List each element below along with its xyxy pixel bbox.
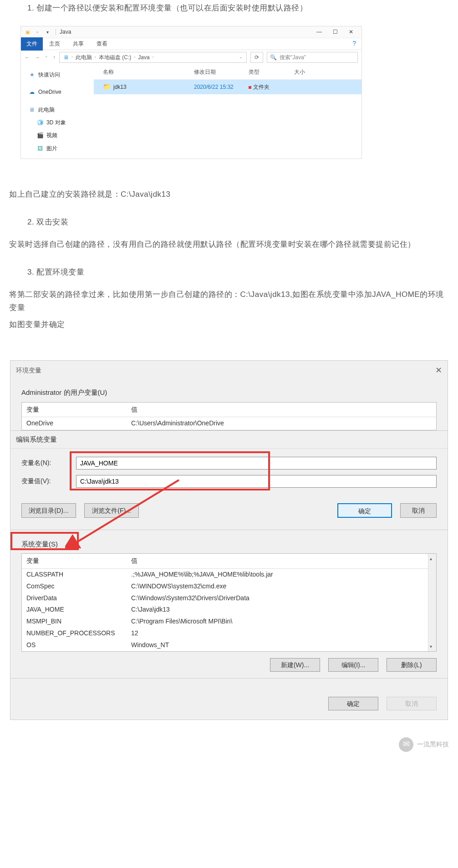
table-row[interactable]: MSMPI_BINC:\Program Files\Microsoft MPI\…: [22, 616, 436, 628]
browse-file-button[interactable]: 浏览文件(F)...: [84, 503, 139, 518]
watermark: ✉ 一流黑科技: [399, 737, 449, 752]
system-vars-section: 系统变量(S) 变量 值 CLASSPATH.;%JAVA_HOME%\lib;…: [10, 530, 448, 679]
step3-desc2: 如图变量并确定: [0, 317, 458, 333]
pc-icon: 🖥: [28, 105, 36, 114]
history-dropdown-icon[interactable]: ⌄: [239, 54, 243, 61]
step2-text: 2. 双击安装: [0, 214, 458, 231]
col-date[interactable]: 修改日期: [194, 67, 249, 77]
edit-button[interactable]: 编辑(I)...: [328, 658, 378, 672]
sidebar-onedrive[interactable]: ☁OneDrive: [21, 86, 94, 98]
var-value-label: 变量值(V):: [21, 476, 76, 487]
wechat-icon: ✉: [399, 737, 413, 752]
title-bar: ▣ ▫ ▾ Java — ☐ ✕: [21, 26, 361, 38]
browse-dir-button[interactable]: 浏览目录(D)...: [21, 503, 76, 518]
video-icon: 🎬: [36, 131, 44, 140]
cancel-button[interactable]: 取消: [400, 503, 437, 518]
sidebar-pictures[interactable]: 🖼图片: [21, 142, 94, 155]
col-var[interactable]: 变量: [22, 554, 127, 568]
sidebar-quick-access[interactable]: ★快速访问: [21, 68, 94, 81]
edit-dialog-title: 编辑系统变量: [10, 431, 448, 449]
user-vars-table: 变量 值 OneDrive C:\Users\Administrator\One…: [21, 402, 437, 431]
maximize-button[interactable]: ☐: [333, 27, 338, 36]
delete-button[interactable]: 删除(L): [387, 658, 437, 672]
var-value-input[interactable]: [76, 475, 437, 488]
sidebar-3d[interactable]: 🧊3D 对象: [21, 116, 94, 129]
cloud-icon: ☁: [28, 87, 36, 97]
picture-icon: 🖼: [36, 144, 44, 153]
refresh-button[interactable]: ⟳: [250, 52, 263, 63]
tab-home[interactable]: 主页: [43, 37, 66, 50]
close-button[interactable]: ✕: [349, 27, 353, 36]
col-val[interactable]: 值: [127, 403, 436, 417]
sidebar-thispc[interactable]: 🖥此电脑: [21, 103, 94, 116]
forward-button[interactable]: →: [35, 53, 40, 62]
new-button[interactable]: 新建(W)...: [270, 658, 320, 672]
search-placeholder: 搜索"Java": [280, 53, 306, 62]
close-icon[interactable]: ✕: [435, 363, 442, 378]
table-row[interactable]: OneDrive C:\Users\Administrator\OneDrive: [22, 417, 436, 430]
footer-ok-button[interactable]: 确定: [328, 697, 378, 710]
cube-icon: 🧊: [36, 118, 44, 127]
recent-button[interactable]: ⌄: [45, 53, 48, 62]
crumb-disk[interactable]: 本地磁盘 (C:): [99, 53, 131, 62]
sys-vars-label: 系统变量(S): [21, 540, 58, 548]
folder-row[interactable]: 📁jdk13 2020/6/22 15:32 文件夹: [94, 80, 361, 94]
table-row[interactable]: CLASSPATH.;%JAVA_HOME%\lib;%JAVA_HOME%li…: [22, 569, 436, 581]
back-button[interactable]: ←: [25, 53, 30, 62]
table-row[interactable]: NUMBER_OF_PROCESSORS12: [22, 628, 436, 639]
nav-sidebar: ★快速访问 ☁OneDrive 🖥此电脑 🧊3D 对象 🎬视频 🖼图片: [21, 65, 94, 158]
table-row[interactable]: JAVA_HOMEC:\Java\jdk13: [22, 604, 436, 616]
col-size[interactable]: 大小: [294, 67, 331, 77]
folder-properties-icon[interactable]: ▣: [24, 28, 31, 36]
file-explorer-window: ▣ ▫ ▾ Java — ☐ ✕ 文件 主页 共享 查看 ? ← → ⌄ ↑: [20, 26, 362, 159]
crumb-pc[interactable]: 此电脑: [76, 53, 92, 62]
col-type[interactable]: 类型: [249, 67, 294, 77]
table-row[interactable]: OSWindows_NT: [22, 639, 436, 651]
pc-glyph-icon: 🖥: [63, 53, 69, 62]
var-name-label: 变量名(N):: [21, 458, 76, 469]
path-result-text: 如上自己建立的安装路径就是：C:\Java\jdk13: [0, 186, 458, 203]
up-button[interactable]: ↑: [53, 53, 56, 62]
ok-button[interactable]: 确定: [337, 503, 392, 518]
sys-vars-table: 变量 值 CLASSPATH.;%JAVA_HOME%\lib;%JAVA_HO…: [21, 553, 437, 651]
col-val[interactable]: 值: [127, 554, 436, 568]
folder-icon: 📁: [103, 82, 111, 92]
env-vars-dialog: 环境变量 ✕ Administrator 的用户变量(U) 变量 值 OneDr…: [10, 360, 448, 431]
var-name-input[interactable]: [76, 457, 437, 470]
table-row[interactable]: ComSpecC:\WINDOWS\system32\cmd.exe: [22, 581, 436, 592]
table-row[interactable]: DriverDataC:\Windows\System32\Drivers\Dr…: [22, 592, 436, 604]
minimize-button[interactable]: —: [316, 27, 322, 36]
qat-new-icon[interactable]: ▫: [34, 28, 41, 36]
qat-dropdown-icon[interactable]: ▾: [44, 28, 51, 36]
edit-sysvar-dialog: 编辑系统变量 变量名(N): 变量值(V): 浏览目录(D)... 浏览文件(F…: [10, 431, 448, 530]
scrollbar[interactable]: ▴ ▾: [428, 554, 436, 651]
step1-text: 1. 创建一个路径以便安装和配置环境变量（也可以在后面安装时使用默认路径）: [0, 0, 458, 17]
footer-cancel-button[interactable]: 取消: [387, 697, 437, 710]
step2-desc: 安装时选择自己创建的路径，没有用自己的路径就使用默认路径（配置环境变量时安装在哪…: [0, 236, 458, 253]
tab-view[interactable]: 查看: [90, 37, 114, 50]
ribbon-tabs: 文件 主页 共享 查看 ?: [21, 38, 361, 50]
col-var[interactable]: 变量: [22, 403, 127, 417]
scroll-up-icon[interactable]: ▴: [430, 555, 432, 562]
scroll-down-icon[interactable]: ▾: [430, 643, 432, 650]
sidebar-video[interactable]: 🎬视频: [21, 129, 94, 142]
col-name[interactable]: 名称: [94, 67, 194, 77]
footer-buttons: 确定 取消: [10, 679, 448, 720]
step3-desc1: 将第二部安装的路径拿过来，比如使用第一步自己创建的路径的：C:\Java\jdk…: [0, 286, 458, 317]
tab-file[interactable]: 文件: [21, 37, 43, 50]
search-box[interactable]: 🔍 搜索"Java": [267, 52, 358, 63]
search-icon: 🔍: [270, 53, 277, 62]
address-bar: ← → ⌄ ↑ 🖥 › 此电脑 › 本地磁盘 (C:) › Java › ⌄ ⟳…: [21, 50, 361, 65]
watermark-text: 一流黑科技: [417, 739, 449, 750]
help-icon[interactable]: ?: [352, 38, 361, 49]
window-title: Java: [60, 27, 71, 36]
tab-share[interactable]: 共享: [66, 37, 90, 50]
file-list: 名称 修改日期 类型 大小 📁jdk13 2020/6/22 15:32 文件夹: [94, 65, 361, 158]
crumb-java[interactable]: Java: [138, 53, 149, 62]
user-vars-label: Administrator 的用户变量(U): [10, 380, 448, 402]
breadcrumb[interactable]: 🖥 › 此电脑 › 本地磁盘 (C:) › Java › ⌄: [59, 52, 247, 63]
star-icon: ★: [28, 70, 36, 79]
step3-text: 3. 配置环境变量: [0, 264, 458, 281]
env-dialog-title: 环境变量: [16, 365, 41, 376]
